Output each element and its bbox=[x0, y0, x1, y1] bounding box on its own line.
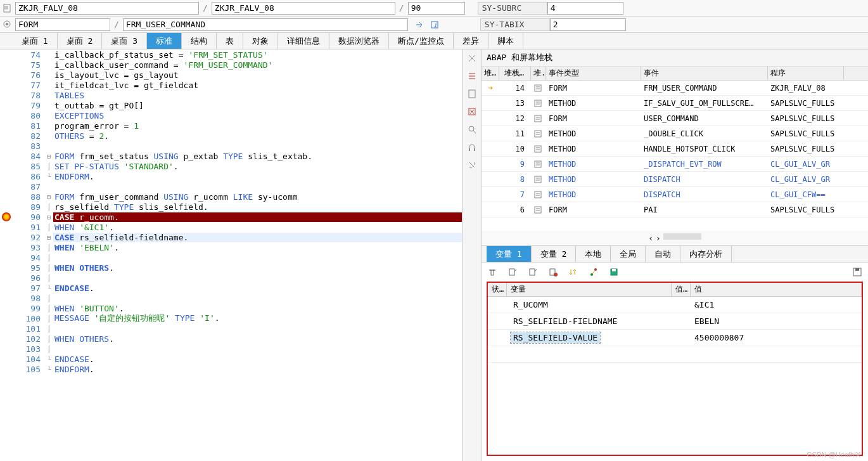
tab-8[interactable]: 数据浏览器 bbox=[329, 33, 389, 49]
code-line[interactable]: 87 bbox=[0, 181, 462, 192]
stack-row[interactable]: ➜ 14 FORM FRM_USER_COMMAND ZKJR_FALV_08 bbox=[482, 81, 868, 96]
code-line[interactable]: 103│ bbox=[0, 344, 462, 354]
tab-10[interactable]: 差异 bbox=[454, 33, 488, 49]
tab-7[interactable]: 详细信息 bbox=[278, 33, 329, 49]
variable-row[interactable]: RS_SELFIELD-FIELDNAME EBELN bbox=[488, 313, 862, 330]
code-line[interactable]: 95│ WHEN OTHERS. bbox=[0, 263, 462, 273]
tab-3[interactable]: 标准 bbox=[147, 33, 182, 49]
stack-row[interactable]: 8 METHOD DISPATCH CL_GUI_ALV_GR bbox=[482, 172, 868, 187]
search-icon[interactable] bbox=[466, 123, 478, 136]
stack-row[interactable]: 7 METHOD DISPATCH CL_GUI_CFW== bbox=[482, 187, 868, 202]
close-icon[interactable] bbox=[466, 52, 478, 65]
nav-icon[interactable] bbox=[414, 20, 424, 30]
code-line[interactable]: 105└ ENDFORM. bbox=[0, 364, 462, 374]
stack-row[interactable]: 9 METHOD _DISPATCH_EVT_ROW CL_GUI_ALV_GR bbox=[482, 157, 868, 172]
code-line[interactable]: 76 is_layout_lvc = gs_layout bbox=[0, 70, 462, 80]
tab-6[interactable]: 对象 bbox=[243, 33, 278, 49]
code-line[interactable]: 99│ WHEN 'BUTTON'. bbox=[0, 303, 462, 313]
stack-row[interactable]: 13 METHOD IF_SALV_GUI_OM_FULLSCRE… SAPLS… bbox=[482, 96, 868, 111]
info-icon[interactable]: i bbox=[430, 20, 440, 30]
variable-row[interactable] bbox=[488, 346, 862, 363]
code-editor[interactable]: 74 i_callback_pf_status_set = 'FRM_SET_S… bbox=[0, 49, 481, 461]
code-line[interactable]: 74 i_callback_pf_status_set = 'FRM_SET_S… bbox=[0, 49, 462, 60]
var-tab-0[interactable]: 变量 1 bbox=[487, 246, 532, 262]
code-line[interactable]: 86└ ENDFORM. bbox=[0, 171, 462, 181]
tab-5[interactable]: 表 bbox=[217, 33, 243, 49]
var-tab-5[interactable]: 内存分析 bbox=[680, 246, 732, 262]
tab-0[interactable]: 桌面 1 bbox=[13, 33, 58, 49]
code-line[interactable]: 78 TABLES bbox=[0, 90, 462, 100]
scroll-track[interactable] bbox=[663, 233, 701, 240]
code-line[interactable]: 81 program_error = 1 bbox=[0, 120, 462, 131]
stack-row[interactable]: 11 METHOD _DOUBLE_CLICK SAPLSLVC_FULLS bbox=[482, 126, 868, 141]
save-icon[interactable] bbox=[608, 266, 620, 278]
include-name-input[interactable] bbox=[212, 2, 395, 15]
code-line[interactable]: 88⊟ FORM frm_user_command USING r_ucomm … bbox=[0, 192, 462, 202]
code-line[interactable]: 93│ WHEN 'EBELN'. bbox=[0, 242, 462, 252]
scroll-left-icon[interactable]: ‹ bbox=[648, 233, 653, 243]
disk-icon[interactable] bbox=[852, 266, 863, 278]
code-line[interactable]: 101│ bbox=[0, 323, 462, 334]
variables-panel: 变量 1变量 2本地全局自动内存分析 状… 变量 值… bbox=[482, 246, 868, 461]
tab-2[interactable]: 桌面 3 bbox=[102, 33, 147, 49]
export-icon[interactable] bbox=[507, 266, 518, 278]
stack-row[interactable]: 6 FORM PAI SAPLSLVC_FULLS bbox=[482, 202, 868, 218]
subrc-value-input[interactable] bbox=[547, 2, 623, 15]
desktop-tabs: 桌面 1桌面 2桌面 3标准结构表对象详细信息数据浏览器断点/监控点差异脚本 bbox=[0, 33, 868, 49]
code-line[interactable]: 97└ ENDCASE. bbox=[0, 283, 462, 293]
svg-rect-18 bbox=[535, 207, 541, 213]
sort-icon[interactable] bbox=[568, 266, 579, 278]
code-line[interactable]: 84⊟ FORM frm_set_status USING p_extab TY… bbox=[0, 151, 462, 161]
tools-icon[interactable] bbox=[466, 159, 478, 171]
var-tab-2[interactable]: 本地 bbox=[576, 246, 611, 262]
swap-icon[interactable] bbox=[588, 266, 599, 278]
block-type-input[interactable] bbox=[15, 18, 110, 31]
tabix-value-input[interactable] bbox=[550, 18, 626, 31]
variable-row[interactable]: R_UCOMM &IC1 bbox=[488, 297, 862, 313]
code-line[interactable]: 80 EXCEPTIONS bbox=[0, 110, 462, 120]
cancel-icon[interactable] bbox=[466, 105, 478, 118]
delete-row-icon[interactable] bbox=[547, 266, 559, 278]
program-name-input[interactable] bbox=[15, 2, 199, 15]
breakpoint-icon[interactable] bbox=[2, 212, 11, 221]
code-line[interactable]: 100│ MESSAGE '自定的按钮功能呢' TYPE 'I'. bbox=[0, 313, 462, 323]
gear-icon[interactable] bbox=[3, 20, 13, 30]
code-line[interactable]: 90⊟ CASE r_ucomm. bbox=[0, 212, 462, 222]
scroll-right-icon[interactable]: › bbox=[656, 233, 661, 243]
code-line[interactable]: 82 OTHERS = 2. bbox=[0, 131, 462, 141]
var-tab-4[interactable]: 自动 bbox=[646, 246, 680, 262]
code-line[interactable]: 79 t_outtab = gt_PO[] bbox=[0, 100, 462, 110]
stack-row[interactable]: 12 FORM USER_COMMAND SAPLSLVC_FULLS bbox=[482, 111, 868, 126]
code-line[interactable]: 75 i_callback_user_command = 'FRM_USER_C… bbox=[0, 60, 462, 70]
svg-rect-11 bbox=[535, 100, 541, 107]
import-icon[interactable] bbox=[527, 266, 539, 278]
var-tab-1[interactable]: 变量 2 bbox=[532, 246, 577, 262]
tab-11[interactable]: 脚本 bbox=[488, 33, 523, 49]
code-line[interactable]: 96│ bbox=[0, 273, 462, 283]
code-line[interactable]: 89│ rs_selfield TYPE slis_selfield. bbox=[0, 202, 462, 212]
stack-row[interactable]: 10 METHOD HANDLE_HOTSPOT_CLICK SAPLSLVC_… bbox=[482, 141, 868, 157]
doc-icon[interactable] bbox=[466, 88, 478, 100]
code-line[interactable]: 94│ bbox=[0, 252, 462, 263]
tab-4[interactable]: 结构 bbox=[182, 33, 217, 49]
list-icon[interactable] bbox=[466, 70, 478, 82]
svg-rect-15 bbox=[535, 161, 541, 167]
headphones-icon[interactable] bbox=[466, 141, 478, 153]
block-name-input[interactable] bbox=[123, 18, 408, 31]
svg-rect-8 bbox=[469, 148, 470, 151]
code-line[interactable]: 104└ ENDCASE. bbox=[0, 354, 462, 364]
tab-1[interactable]: 桌面 2 bbox=[58, 33, 103, 49]
code-line[interactable]: 83 bbox=[0, 141, 462, 151]
var-tab-3[interactable]: 全局 bbox=[611, 246, 646, 262]
line-input[interactable] bbox=[408, 2, 465, 15]
tab-9[interactable]: 断点/监控点 bbox=[389, 33, 454, 49]
variable-row[interactable]: RS_SELFIELD-VALUE 4500000807 bbox=[488, 330, 862, 346]
code-line[interactable]: 98│ bbox=[0, 293, 462, 303]
code-line[interactable]: 77 it_fieldcat_lvc = gt_fieldcat bbox=[0, 80, 462, 90]
code-line[interactable]: 91│ WHEN '&IC1'. bbox=[0, 222, 462, 232]
code-line[interactable]: 85│ SET PF-STATUS 'STANDARD'. bbox=[0, 161, 462, 171]
svg-text:i: i bbox=[433, 22, 437, 29]
trash-icon[interactable] bbox=[487, 266, 498, 278]
code-line[interactable]: 102│ WHEN OTHERS. bbox=[0, 334, 462, 344]
code-line[interactable]: 92⊟ CASE rs_selfield-fieldname. bbox=[0, 232, 462, 242]
